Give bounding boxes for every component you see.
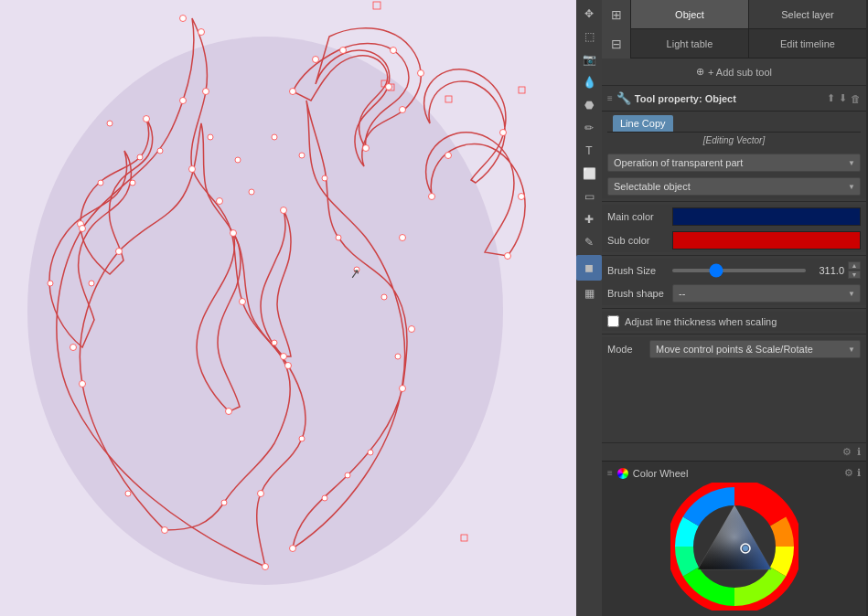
- svg-point-33: [144, 116, 150, 122]
- brush-shape-dropdown[interactable]: -- Round Square: [672, 284, 861, 303]
- tool-eyedrop-icon[interactable]: 💧: [579, 72, 599, 92]
- color-wheel-section: ≡ Color Wheel ⚙ ℹ: [602, 461, 866, 616]
- color-wheel-svg[interactable]: [670, 483, 798, 611]
- restore-icon[interactable]: ⬇: [839, 92, 847, 104]
- light-table-btn[interactable]: Light table: [631, 29, 749, 58]
- mode-label: Mode: [607, 344, 644, 355]
- svg-point-36: [189, 166, 196, 173]
- svg-point-63: [98, 180, 103, 186]
- svg-point-43: [290, 89, 296, 95]
- color-wheel-header: ≡ Color Wheel ⚙ ℹ: [607, 467, 861, 479]
- save-icon[interactable]: ⬆: [827, 92, 835, 104]
- object-btn[interactable]: Object: [631, 0, 749, 28]
- main-color-row: Main color: [602, 205, 866, 228]
- select-layer-btn[interactable]: Select layer: [749, 0, 866, 28]
- tool-pen-icon[interactable]: ✏: [579, 118, 599, 138]
- tool-fill-icon[interactable]: ⬣: [579, 95, 599, 115]
- svg-point-27: [162, 527, 168, 534]
- tool-prop-header: ≡ 🔧 Tool property: Object ⬆ ⬇ 🗑: [602, 86, 866, 112]
- brush-size-up[interactable]: ▲: [848, 261, 861, 270]
- operation-dropdown-row: Operation of transparent part Option 2: [602, 151, 866, 175]
- adjust-thickness-checkbox[interactable]: [607, 315, 619, 327]
- line-copy-tab[interactable]: Line Copy: [613, 115, 673, 132]
- svg-point-29: [70, 345, 77, 351]
- mode-dropdown[interactable]: Move control points & Scale/Rotate Move …: [649, 340, 861, 358]
- color-wheel-menu-icon[interactable]: ≡: [607, 468, 613, 478]
- svg-point-10: [313, 57, 319, 63]
- panel-settings-icon[interactable]: ⚙: [842, 446, 852, 458]
- svg-point-14: [386, 84, 392, 90]
- svg-point-11: [340, 48, 347, 54]
- svg-point-44: [281, 207, 287, 214]
- svg-point-61: [299, 436, 305, 441]
- menu-dots-icon[interactable]: ≡: [607, 93, 613, 103]
- color-wheel-info-icon[interactable]: ℹ: [857, 467, 861, 479]
- sub-color-label: Sub color: [607, 235, 667, 246]
- side-icon-bar: ✥ ⬚ 📷 💧 ⬣ ✏ T ⬜ ▭ ✚ ✎ ◼ ▦: [576, 0, 602, 616]
- delete-icon[interactable]: 🗑: [851, 93, 861, 104]
- tool-gradient-icon[interactable]: ▦: [579, 283, 599, 303]
- tool-camera-icon[interactable]: 📷: [579, 49, 599, 69]
- tool-edit-icon[interactable]: ✎: [579, 232, 599, 252]
- panel-info-icon[interactable]: ℹ: [857, 446, 861, 458]
- tool-move-icon[interactable]: ✥: [579, 4, 599, 24]
- tool-prop-title: Tool property: Object: [635, 93, 736, 104]
- svg-point-24: [400, 386, 406, 392]
- svg-point-13: [418, 70, 424, 77]
- brush-shape-label: Brush shape: [607, 288, 667, 299]
- svg-point-35: [203, 89, 209, 95]
- svg-point-77: [743, 546, 748, 551]
- svg-point-48: [208, 134, 213, 140]
- svg-point-26: [263, 564, 269, 570]
- svg-point-12: [391, 48, 397, 54]
- svg-point-32: [116, 249, 123, 255]
- svg-point-62: [272, 340, 277, 345]
- svg-point-39: [226, 409, 232, 415]
- timeline-icon-btn[interactable]: ⊟: [602, 29, 631, 58]
- edit-timeline-btn[interactable]: Edit timeline: [749, 29, 866, 58]
- svg-point-40: [258, 491, 264, 497]
- svg-point-56: [381, 294, 387, 300]
- selectable-object-dropdown[interactable]: Selectable object Option 2: [607, 177, 861, 196]
- svg-point-59: [345, 473, 350, 478]
- tool-color-icon[interactable]: ◼: [576, 255, 602, 281]
- color-wheel-settings-icon[interactable]: ⚙: [844, 467, 853, 479]
- right-panel: ⊞ Object Select layer ⊟ Light table Edit…: [602, 0, 866, 616]
- svg-point-41: [285, 363, 292, 369]
- brush-size-down[interactable]: ▼: [848, 271, 861, 279]
- svg-point-69: [221, 500, 227, 505]
- color-wheel-dot-icon: [617, 468, 628, 479]
- color-wheel-title: Color Wheel: [633, 468, 689, 479]
- svg-point-9: [198, 29, 205, 36]
- tool-frame-icon[interactable]: ⬜: [579, 164, 599, 184]
- svg-point-1: [27, 37, 503, 585]
- sub-color-swatch[interactable]: [672, 231, 861, 250]
- svg-point-46: [130, 180, 135, 186]
- mode-row: Mode Move control points & Scale/Rotate …: [602, 337, 866, 361]
- svg-point-21: [429, 194, 435, 200]
- tool-transform-icon[interactable]: ✚: [579, 209, 599, 229]
- svg-point-17: [500, 130, 507, 136]
- operation-dropdown[interactable]: Operation of transparent part Option 2: [607, 154, 861, 172]
- svg-point-51: [272, 134, 277, 140]
- svg-point-65: [48, 281, 53, 286]
- tool-prop-icon: 🔧: [616, 91, 631, 105]
- svg-point-18: [519, 194, 525, 200]
- panel-spacer: [602, 361, 866, 442]
- svg-point-54: [336, 235, 341, 240]
- svg-point-68: [125, 491, 131, 496]
- brush-size-slider[interactable]: [672, 269, 806, 272]
- tool-select-icon[interactable]: ▭: [579, 186, 599, 207]
- svg-point-42: [281, 354, 287, 360]
- artwork-svg: ↗: [0, 0, 576, 616]
- tool-text-icon[interactable]: T: [579, 141, 599, 161]
- add-sub-tool-row[interactable]: ⊕ + Add sub tool: [602, 58, 866, 86]
- panel-icon-btn[interactable]: ⊞: [602, 0, 631, 29]
- svg-point-66: [107, 121, 113, 126]
- main-color-label: Main color: [607, 211, 667, 222]
- svg-point-52: [299, 153, 305, 158]
- svg-point-34: [180, 98, 187, 104]
- tool-zoom-icon[interactable]: ⬚: [579, 27, 599, 47]
- main-color-swatch[interactable]: [672, 207, 861, 226]
- svg-point-64: [89, 281, 94, 286]
